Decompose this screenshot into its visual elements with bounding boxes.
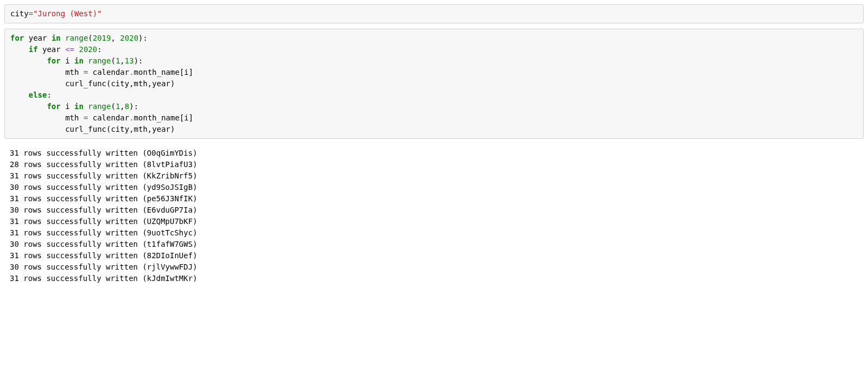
code-token: : bbox=[97, 45, 101, 54]
code-token: ): bbox=[129, 102, 138, 111]
code-token: ( bbox=[111, 102, 115, 111]
code-token: if bbox=[29, 45, 38, 54]
code-token: i bbox=[61, 102, 74, 111]
code-cell-2[interactable]: for year in range(2019, 2020): if year <… bbox=[4, 29, 864, 139]
code-token: year bbox=[24, 34, 52, 42]
code-token: curl_func(city,mth,year) bbox=[65, 125, 175, 133]
code-token: in bbox=[74, 102, 84, 111]
code-token: 13 bbox=[125, 56, 134, 65]
code-token: calendar bbox=[88, 113, 129, 122]
code-token: year bbox=[38, 45, 66, 54]
code-token: i bbox=[61, 56, 74, 65]
code-token bbox=[61, 34, 65, 42]
code-token: <= bbox=[65, 45, 74, 54]
code-token: 2020 bbox=[79, 45, 97, 54]
cell-output: 31 rows successfully written (O0qGimYDis… bbox=[4, 144, 864, 287]
code-token: range bbox=[88, 56, 111, 65]
code-token bbox=[10, 56, 47, 65]
code-token: month_name[i] bbox=[134, 68, 194, 76]
code-token: for bbox=[10, 34, 24, 42]
output-line: 30 rows successfully written (t1fafW7GWS… bbox=[10, 240, 197, 248]
output-line: 31 rows successfully written (9uotTcShyc… bbox=[10, 228, 197, 237]
code-token: in bbox=[52, 34, 61, 42]
code-token: in bbox=[74, 56, 84, 65]
output-line: 30 rows successfully written (rjlVywwFDJ… bbox=[10, 263, 197, 271]
code-token: , bbox=[120, 56, 124, 65]
output-line: 31 rows successfully written (82DIoInUef… bbox=[10, 251, 197, 260]
code-token: . bbox=[129, 113, 133, 122]
code-token bbox=[10, 79, 65, 88]
code-token: range bbox=[65, 34, 88, 42]
code-token: calendar bbox=[88, 68, 129, 76]
code-token: 8 bbox=[125, 102, 129, 111]
code-token: , bbox=[111, 34, 120, 42]
code-token: ): bbox=[138, 34, 148, 42]
code-token: = bbox=[29, 9, 33, 18]
code-token bbox=[10, 113, 65, 122]
output-line: 31 rows successfully written (pe56J3NfIK… bbox=[10, 194, 197, 203]
code-token bbox=[10, 91, 29, 99]
code-token: else bbox=[29, 91, 47, 99]
code-token: 2019 bbox=[93, 34, 111, 42]
code-token: city bbox=[10, 9, 29, 18]
code-token: curl_func(city,mth,year) bbox=[65, 79, 175, 88]
code-token: for bbox=[47, 56, 60, 65]
code-token: "Jurong (West)" bbox=[33, 9, 101, 18]
code-token: for bbox=[47, 102, 60, 111]
output-line: 31 rows successfully written (kJdmIwtMKr… bbox=[10, 274, 197, 283]
code-token bbox=[10, 45, 29, 54]
output-line: 30 rows successfully written (E6vduGP7Ia… bbox=[10, 206, 197, 214]
output-line: 31 rows successfully written (O0qGimYDis… bbox=[10, 149, 197, 157]
output-line: 31 rows successfully written (UZQMpU7bKF… bbox=[10, 217, 197, 226]
code-token: ): bbox=[134, 56, 143, 65]
output-line: 30 rows successfully written (yd9SoJSIgB… bbox=[10, 183, 197, 191]
code-token: month_name[i] bbox=[134, 113, 194, 122]
code-token: range bbox=[88, 102, 111, 111]
code-token bbox=[10, 68, 65, 76]
code-token: mth bbox=[65, 68, 84, 76]
output-line: 28 rows successfully written (8lvtPiafU3… bbox=[10, 160, 197, 169]
code-token: ( bbox=[88, 34, 92, 42]
code-token bbox=[10, 102, 47, 111]
code-token: , bbox=[120, 102, 124, 111]
code-token: mth bbox=[65, 113, 84, 122]
code-cell-1[interactable]: city="Jurong (West)" bbox=[4, 4, 864, 23]
code-token: 2020 bbox=[120, 34, 138, 42]
code-token: . bbox=[129, 68, 133, 76]
code-token bbox=[10, 125, 65, 133]
code-token: : bbox=[47, 91, 51, 99]
output-line: 31 rows successfully written (KkZribNrf5… bbox=[10, 171, 197, 180]
code-token: ( bbox=[111, 56, 115, 65]
